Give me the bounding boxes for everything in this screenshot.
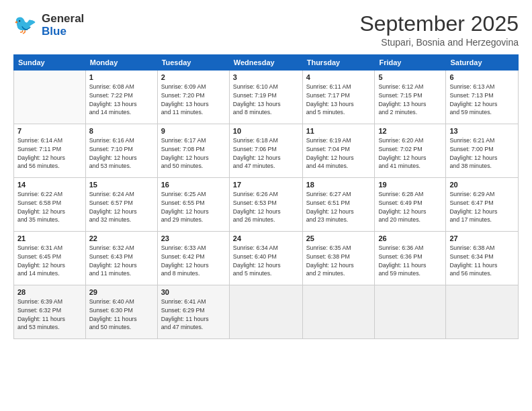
day-info: Sunrise: 6:25 AM Sunset: 6:55 PM Dayligh…	[161, 190, 226, 224]
logo-general: General	[42, 12, 84, 25]
calendar-cell: 24Sunrise: 6:34 AM Sunset: 6:40 PM Dayli…	[229, 232, 302, 285]
day-info: Sunrise: 6:12 AM Sunset: 7:15 PM Dayligh…	[378, 83, 442, 117]
day-number: 10	[233, 127, 299, 135]
day-number: 17	[233, 181, 299, 189]
day-number: 18	[306, 181, 371, 189]
day-number: 24	[233, 234, 299, 242]
logo: 🐦 General Blue	[13, 12, 84, 38]
calendar-cell	[446, 285, 519, 339]
month-title: September 2025	[359, 12, 519, 36]
day-number: 2	[161, 73, 226, 81]
day-info: Sunrise: 6:17 AM Sunset: 7:08 PM Dayligh…	[161, 136, 226, 171]
day-number: 5	[378, 73, 442, 81]
calendar-cell: 28Sunrise: 6:39 AM Sunset: 6:32 PM Dayli…	[14, 285, 86, 339]
calendar-cell: 29Sunrise: 6:40 AM Sunset: 6:30 PM Dayli…	[85, 285, 157, 339]
logo-blue: Blue	[42, 25, 66, 38]
day-number: 9	[161, 127, 226, 135]
calendar-cell: 15Sunrise: 6:24 AM Sunset: 6:57 PM Dayli…	[85, 178, 157, 232]
calendar-cell: 20Sunrise: 6:29 AM Sunset: 6:47 PM Dayli…	[446, 178, 519, 232]
day-info: Sunrise: 6:20 AM Sunset: 7:02 PM Dayligh…	[378, 136, 442, 171]
calendar-cell: 9Sunrise: 6:17 AM Sunset: 7:08 PM Daylig…	[157, 124, 229, 178]
day-number: 12	[378, 127, 442, 135]
day-number: 23	[161, 234, 226, 242]
calendar-cell: 27Sunrise: 6:38 AM Sunset: 6:34 PM Dayli…	[446, 232, 519, 285]
day-info: Sunrise: 6:32 AM Sunset: 6:43 PM Dayligh…	[89, 244, 154, 278]
calendar-cell: 30Sunrise: 6:41 AM Sunset: 6:29 PM Dayli…	[157, 285, 229, 339]
day-number: 11	[306, 127, 371, 135]
calendar-cell: 22Sunrise: 6:32 AM Sunset: 6:43 PM Dayli…	[85, 232, 157, 285]
calendar-header-tuesday: Tuesday	[157, 55, 229, 71]
calendar-header-row: SundayMondayTuesdayWednesdayThursdayFrid…	[14, 55, 519, 71]
calendar-cell: 6Sunrise: 6:13 AM Sunset: 7:13 PM Daylig…	[446, 71, 519, 124]
calendar-header-monday: Monday	[85, 55, 157, 71]
header: 🐦 General Blue September 2025 Stupari, B…	[13, 12, 519, 48]
calendar-cell: 1Sunrise: 6:08 AM Sunset: 7:22 PM Daylig…	[85, 71, 157, 124]
calendar-header-thursday: Thursday	[302, 55, 375, 71]
calendar-header-sunday: Sunday	[14, 55, 86, 71]
day-number: 26	[378, 234, 442, 242]
day-info: Sunrise: 6:22 AM Sunset: 6:58 PM Dayligh…	[17, 190, 82, 224]
day-info: Sunrise: 6:41 AM Sunset: 6:29 PM Dayligh…	[161, 298, 226, 332]
calendar-header-friday: Friday	[375, 55, 446, 71]
calendar-week-row: 14Sunrise: 6:22 AM Sunset: 6:58 PM Dayli…	[14, 178, 519, 232]
page: 🐦 General Blue September 2025 Stupari, B…	[0, 0, 532, 411]
calendar-cell: 14Sunrise: 6:22 AM Sunset: 6:58 PM Dayli…	[14, 178, 86, 232]
day-info: Sunrise: 6:21 AM Sunset: 7:00 PM Dayligh…	[449, 136, 515, 171]
calendar-cell: 10Sunrise: 6:18 AM Sunset: 7:06 PM Dayli…	[229, 124, 302, 178]
calendar-cell	[229, 285, 302, 339]
calendar-cell	[14, 71, 86, 124]
day-info: Sunrise: 6:08 AM Sunset: 7:22 PM Dayligh…	[89, 83, 154, 117]
day-info: Sunrise: 6:16 AM Sunset: 7:10 PM Dayligh…	[89, 136, 154, 171]
day-number: 21	[17, 234, 82, 242]
day-info: Sunrise: 6:11 AM Sunset: 7:17 PM Dayligh…	[306, 83, 371, 117]
calendar-cell: 23Sunrise: 6:33 AM Sunset: 6:42 PM Dayli…	[157, 232, 229, 285]
calendar-cell: 25Sunrise: 6:35 AM Sunset: 6:38 PM Dayli…	[302, 232, 375, 285]
day-info: Sunrise: 6:18 AM Sunset: 7:06 PM Dayligh…	[233, 136, 299, 171]
day-info: Sunrise: 6:13 AM Sunset: 7:13 PM Dayligh…	[449, 83, 515, 117]
day-number: 13	[449, 127, 515, 135]
day-number: 22	[89, 234, 154, 242]
calendar-cell: 7Sunrise: 6:14 AM Sunset: 7:11 PM Daylig…	[14, 124, 86, 178]
calendar-cell: 16Sunrise: 6:25 AM Sunset: 6:55 PM Dayli…	[157, 178, 229, 232]
calendar-week-row: 28Sunrise: 6:39 AM Sunset: 6:32 PM Dayli…	[14, 285, 519, 339]
day-number: 19	[378, 181, 442, 189]
day-number: 20	[449, 181, 515, 189]
day-info: Sunrise: 6:29 AM Sunset: 6:47 PM Dayligh…	[449, 190, 515, 224]
day-number: 8	[89, 127, 154, 135]
calendar-cell: 18Sunrise: 6:27 AM Sunset: 6:51 PM Dayli…	[302, 178, 375, 232]
day-info: Sunrise: 6:09 AM Sunset: 7:20 PM Dayligh…	[161, 83, 226, 117]
calendar-cell: 2Sunrise: 6:09 AM Sunset: 7:20 PM Daylig…	[157, 71, 229, 124]
calendar-cell: 11Sunrise: 6:19 AM Sunset: 7:04 PM Dayli…	[302, 124, 375, 178]
calendar-week-row: 1Sunrise: 6:08 AM Sunset: 7:22 PM Daylig…	[14, 71, 519, 124]
calendar-cell: 4Sunrise: 6:11 AM Sunset: 7:17 PM Daylig…	[302, 71, 375, 124]
calendar-week-row: 21Sunrise: 6:31 AM Sunset: 6:45 PM Dayli…	[14, 232, 519, 285]
day-info: Sunrise: 6:33 AM Sunset: 6:42 PM Dayligh…	[161, 244, 226, 278]
day-info: Sunrise: 6:40 AM Sunset: 6:30 PM Dayligh…	[89, 298, 154, 332]
day-number: 29	[89, 288, 154, 296]
day-number: 15	[89, 181, 154, 189]
calendar-cell: 17Sunrise: 6:26 AM Sunset: 6:53 PM Dayli…	[229, 178, 302, 232]
day-info: Sunrise: 6:24 AM Sunset: 6:57 PM Dayligh…	[89, 190, 154, 224]
day-info: Sunrise: 6:19 AM Sunset: 7:04 PM Dayligh…	[306, 136, 371, 171]
calendar-cell: 26Sunrise: 6:36 AM Sunset: 6:36 PM Dayli…	[375, 232, 446, 285]
day-info: Sunrise: 6:31 AM Sunset: 6:45 PM Dayligh…	[17, 244, 82, 278]
day-number: 14	[17, 181, 82, 189]
calendar-cell	[302, 285, 375, 339]
calendar-cell: 13Sunrise: 6:21 AM Sunset: 7:00 PM Dayli…	[446, 124, 519, 178]
day-number: 28	[17, 288, 82, 296]
day-info: Sunrise: 6:14 AM Sunset: 7:11 PM Dayligh…	[17, 136, 82, 171]
title-block: September 2025 Stupari, Bosnia and Herze…	[359, 12, 519, 48]
calendar-table: SundayMondayTuesdayWednesdayThursdayFrid…	[13, 54, 519, 339]
day-number: 16	[161, 181, 226, 189]
logo-text-block: General Blue	[42, 13, 84, 38]
calendar-week-row: 7Sunrise: 6:14 AM Sunset: 7:11 PM Daylig…	[14, 124, 519, 178]
location: Stupari, Bosnia and Herzegovina	[359, 37, 519, 48]
day-info: Sunrise: 6:36 AM Sunset: 6:36 PM Dayligh…	[378, 244, 442, 278]
calendar-cell	[375, 285, 446, 339]
logo-bird-icon: 🐦	[13, 12, 39, 38]
day-info: Sunrise: 6:26 AM Sunset: 6:53 PM Dayligh…	[233, 190, 299, 224]
calendar-cell: 5Sunrise: 6:12 AM Sunset: 7:15 PM Daylig…	[375, 71, 446, 124]
day-info: Sunrise: 6:34 AM Sunset: 6:40 PM Dayligh…	[233, 244, 299, 278]
day-info: Sunrise: 6:28 AM Sunset: 6:49 PM Dayligh…	[378, 190, 442, 224]
day-number: 4	[306, 73, 371, 81]
